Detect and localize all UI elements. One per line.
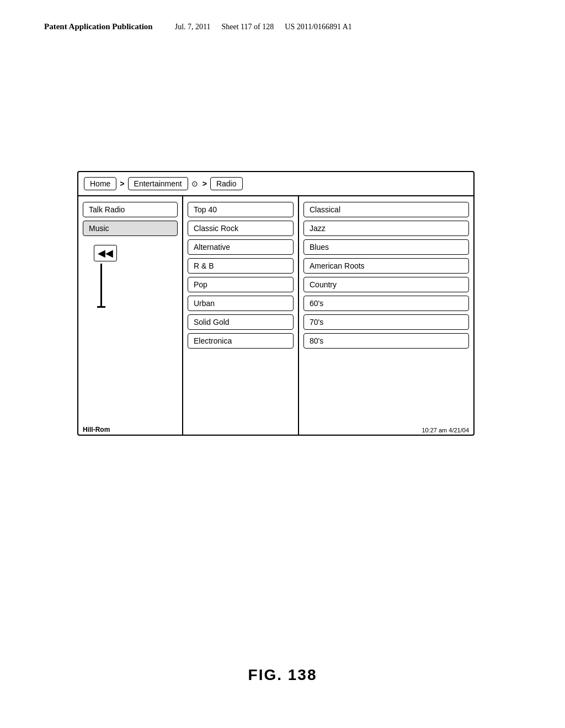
menu-solid-gold[interactable]: Solid Gold bbox=[188, 314, 294, 330]
status-bar: 10:27 am 4/21/04 bbox=[422, 427, 469, 433]
menu-urban[interactable]: Urban bbox=[188, 296, 294, 311]
page-header: Patent Application Publication Jul. 7, 2… bbox=[44, 22, 521, 31]
volume-area: ◀◀ bbox=[83, 245, 178, 308]
brand-label: Hill-Rom bbox=[83, 426, 110, 433]
nav-bar: Home > Entertainment ⊙ > Radio bbox=[78, 172, 473, 196]
menu-alternative[interactable]: Alternative bbox=[188, 239, 294, 255]
header-patent-number: US 2011/0166891 A1 bbox=[285, 23, 352, 31]
content-area: Talk Radio Music ◀◀ Top 40 Classic Rock … bbox=[78, 196, 473, 435]
menu-jazz[interactable]: Jazz bbox=[303, 221, 469, 236]
menu-classical[interactable]: Classical bbox=[303, 202, 469, 217]
nav-icon: ⊙ bbox=[190, 179, 199, 189]
volume-slider[interactable] bbox=[100, 264, 102, 308]
col-right: Classical Jazz Blues American Roots Coun… bbox=[299, 196, 473, 435]
menu-rb[interactable]: R & B bbox=[188, 258, 294, 274]
col-left: Talk Radio Music ◀◀ bbox=[78, 196, 183, 435]
figure-caption: FIG. 138 bbox=[248, 666, 317, 684]
menu-music[interactable]: Music bbox=[83, 221, 178, 236]
menu-blues[interactable]: Blues bbox=[303, 239, 469, 255]
nav-sep-1: > bbox=[119, 179, 125, 188]
menu-talk-radio[interactable]: Talk Radio bbox=[83, 202, 178, 217]
nav-radio[interactable]: Radio bbox=[210, 177, 243, 190]
menu-80s[interactable]: 80's bbox=[303, 333, 469, 349]
menu-60s[interactable]: 60's bbox=[303, 296, 469, 311]
nav-sep-2: > bbox=[201, 179, 208, 188]
menu-electronica[interactable]: Electronica bbox=[188, 333, 294, 349]
header-sheet: Sheet 117 of 128 bbox=[222, 23, 274, 31]
nav-home[interactable]: Home bbox=[84, 177, 116, 190]
volume-icon[interactable]: ◀◀ bbox=[94, 245, 117, 261]
menu-pop[interactable]: Pop bbox=[188, 277, 294, 292]
nav-entertainment[interactable]: Entertainment bbox=[128, 177, 188, 190]
menu-70s[interactable]: 70's bbox=[303, 314, 469, 330]
header-date: Jul. 7, 2011 bbox=[175, 23, 211, 31]
menu-country[interactable]: Country bbox=[303, 277, 469, 292]
menu-classic-rock[interactable]: Classic Rock bbox=[188, 221, 294, 236]
menu-american-roots[interactable]: American Roots bbox=[303, 258, 469, 274]
menu-top40[interactable]: Top 40 bbox=[188, 202, 294, 217]
patent-title: Patent Application Publication bbox=[44, 22, 153, 31]
ui-mockup: Home > Entertainment ⊙ > Radio Talk Radi… bbox=[77, 171, 475, 436]
col-middle: Top 40 Classic Rock Alternative R & B Po… bbox=[183, 196, 299, 435]
